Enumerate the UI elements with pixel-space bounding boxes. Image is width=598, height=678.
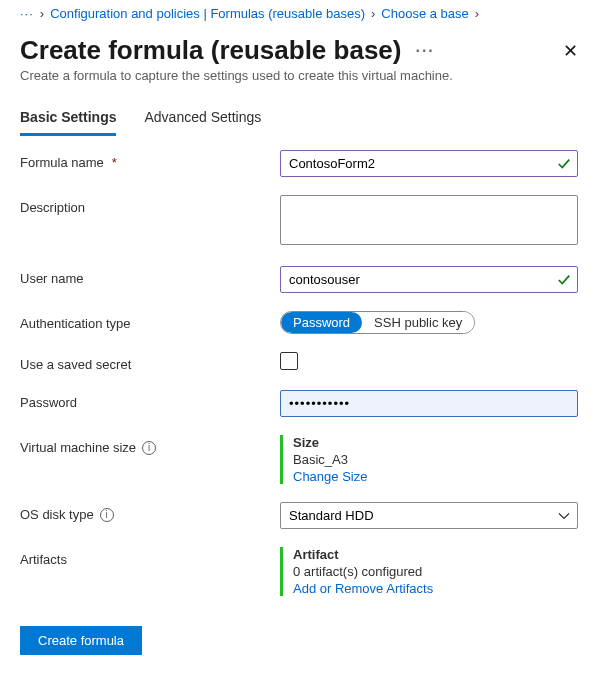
vm-size-panel: Size Basic_A3 Change Size xyxy=(280,435,578,484)
label-os-disk: OS disk type xyxy=(20,507,94,522)
info-icon[interactable]: i xyxy=(100,508,114,522)
page-subtitle: Create a formula to capture the settings… xyxy=(20,68,578,83)
chevron-right-icon: › xyxy=(40,6,44,21)
artifacts-value: 0 artifact(s) configured xyxy=(293,564,578,579)
use-saved-secret-checkbox[interactable] xyxy=(280,352,298,370)
close-icon[interactable]: ✕ xyxy=(563,40,578,62)
chevron-right-icon: › xyxy=(475,6,479,21)
artifacts-panel: Artifact 0 artifact(s) configured Add or… xyxy=(280,547,578,596)
tabs: Basic Settings Advanced Settings xyxy=(20,109,578,136)
label-description: Description xyxy=(20,200,85,215)
breadcrumb-item-choose-base[interactable]: Choose a base xyxy=(381,6,468,21)
label-artifacts: Artifacts xyxy=(20,552,67,567)
label-vm-size: Virtual machine size xyxy=(20,440,136,455)
label-auth-type: Authentication type xyxy=(20,316,131,331)
label-formula-name: Formula name xyxy=(20,155,104,170)
label-use-saved-secret: Use a saved secret xyxy=(20,357,131,372)
breadcrumb-ellipsis[interactable]: ··· xyxy=(20,6,34,21)
vm-size-value: Basic_A3 xyxy=(293,452,578,467)
create-formula-button[interactable]: Create formula xyxy=(20,626,142,655)
vm-size-title: Size xyxy=(293,435,578,450)
required-mark: * xyxy=(112,155,117,170)
password-input[interactable] xyxy=(280,390,578,417)
label-password: Password xyxy=(20,395,77,410)
chevron-right-icon: › xyxy=(371,6,375,21)
user-name-input[interactable] xyxy=(280,266,578,293)
breadcrumb-item-config[interactable]: Configuration and policies | Formulas (r… xyxy=(50,6,365,21)
breadcrumb: ··· › Configuration and policies | Formu… xyxy=(20,4,578,29)
description-input[interactable] xyxy=(280,195,578,245)
tab-advanced-settings[interactable]: Advanced Settings xyxy=(144,109,261,136)
auth-pill-password[interactable]: Password xyxy=(281,312,362,333)
more-icon[interactable]: ··· xyxy=(415,42,434,60)
page-title: Create formula (reusable base) xyxy=(20,35,401,66)
auth-pill-ssh[interactable]: SSH public key xyxy=(362,312,474,333)
change-size-link[interactable]: Change Size xyxy=(293,469,367,484)
label-user-name: User name xyxy=(20,271,84,286)
info-icon[interactable]: i xyxy=(142,441,156,455)
artifacts-title: Artifact xyxy=(293,547,578,562)
tab-basic-settings[interactable]: Basic Settings xyxy=(20,109,116,136)
add-remove-artifacts-link[interactable]: Add or Remove Artifacts xyxy=(293,581,433,596)
os-disk-select[interactable] xyxy=(280,502,578,529)
formula-name-input[interactable] xyxy=(280,150,578,177)
auth-type-toggle: Password SSH public key xyxy=(280,311,475,334)
